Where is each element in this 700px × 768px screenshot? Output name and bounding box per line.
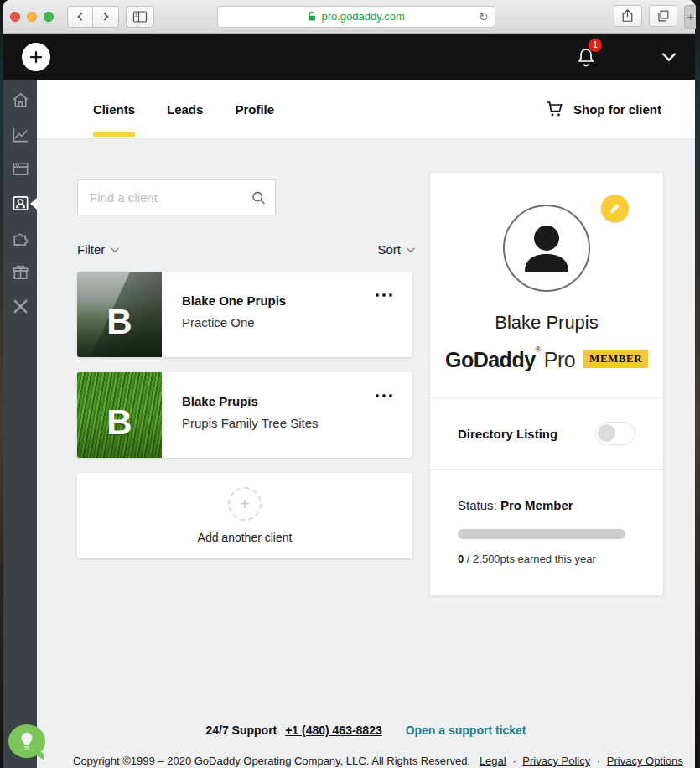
godaddy-pro-logo: GoDaddy®Pro <box>445 345 575 372</box>
browser-window: pro.godaddy.com ↻ + 1 <box>3 0 695 768</box>
points-rest: / 2,500pts earned this year <box>464 553 596 565</box>
client-menu-button[interactable] <box>372 290 396 300</box>
zoom-window-button[interactable] <box>44 12 54 22</box>
add-client-label: Add another client <box>198 531 293 544</box>
chevron-down-icon <box>111 244 119 252</box>
address-bar[interactable]: pro.godaddy.com ↻ <box>217 6 495 28</box>
client-thumbnail: B <box>77 272 162 357</box>
bubble-tail <box>34 752 44 762</box>
privacy-options-link[interactable]: Privacy Options <box>607 755 683 767</box>
separator: · <box>512 755 516 767</box>
status-line: Status: Pro Member <box>458 498 635 512</box>
legal-link[interactable]: Legal <box>480 755 506 767</box>
new-tab-button[interactable]: + <box>684 5 696 29</box>
active-indicator <box>30 198 37 210</box>
edit-profile-button[interactable] <box>601 195 629 222</box>
notifications-button[interactable]: 1 <box>576 46 596 68</box>
icon-sidebar <box>3 80 37 768</box>
points-text: 0 / 2,500pts earned this year <box>458 553 635 565</box>
lightbulb-icon <box>18 731 35 751</box>
window-controls <box>10 12 54 22</box>
client-subtitle: Practice One <box>182 315 396 330</box>
sidebar-item-clients[interactable] <box>3 186 37 221</box>
page-footer: 24/7 Support +1 (480) 463-8823 Open a su… <box>37 724 695 767</box>
shop-for-client-button[interactable]: Shop for client <box>545 100 661 118</box>
app-header: 1 <box>3 34 695 80</box>
section-tabbar: Clients Leads Profile Shop for client <box>37 80 695 139</box>
privacy-policy-link[interactable]: Privacy Policy <box>522 755 590 767</box>
chevron-down-icon <box>407 244 415 252</box>
sidebar-icon <box>132 10 148 23</box>
points-progress-bar <box>458 529 625 539</box>
sidebar-item-rewards[interactable] <box>3 255 37 289</box>
person-icon <box>505 206 589 290</box>
client-card[interactable]: B Blake Prupis Prupis Family Tree Sites <box>77 372 412 458</box>
client-card[interactable]: B Blake One Prupis Practice One <box>77 272 412 357</box>
tab-overview-button[interactable] <box>649 5 677 27</box>
chevron-right-icon <box>99 10 112 23</box>
notification-badge: 1 <box>589 39 602 52</box>
open-support-ticket-link[interactable]: Open a support ticket <box>406 724 526 737</box>
client-menu-button[interactable] <box>372 391 396 401</box>
browser-window-icon <box>11 159 30 179</box>
puzzle-icon <box>11 228 30 247</box>
cart-icon <box>545 100 565 118</box>
sidebar-item-close[interactable] <box>3 289 37 324</box>
sidebar-item-analytics[interactable] <box>3 117 37 152</box>
home-icon <box>11 91 30 110</box>
search-input[interactable] <box>78 180 275 215</box>
gift-icon <box>11 262 30 282</box>
client-name: Blake One Prupis <box>182 293 396 308</box>
avatar <box>503 205 590 292</box>
status-label: Status: <box>458 498 497 512</box>
main-content: Clients Leads Profile Shop for client <box>37 80 695 768</box>
brand-row: GoDaddy®Pro MEMBER <box>430 345 663 372</box>
add-client-card[interactable]: + Add another client <box>77 473 412 558</box>
directory-listing-toggle[interactable] <box>595 422 635 445</box>
share-button[interactable] <box>614 5 642 27</box>
feedback-button[interactable] <box>8 724 47 761</box>
sidebar-toggle-button[interactable] <box>126 6 154 28</box>
client-subtitle: Prupis Family Tree Sites <box>182 416 396 430</box>
profile-card: Blake Prupis GoDaddy®Pro MEMBER Director… <box>429 172 664 596</box>
minimize-window-button[interactable] <box>27 12 37 22</box>
filter-label: Filter <box>77 242 105 257</box>
add-plus-icon: + <box>228 487 262 521</box>
member-badge: MEMBER <box>583 350 648 368</box>
clients-icon <box>11 194 30 213</box>
copyright-text: Copyright ©1999 – 2020 GoDaddy Operating… <box>73 755 470 767</box>
client-initial: B <box>106 402 132 443</box>
pencil-icon <box>609 202 621 215</box>
sidebar-item-integrations[interactable] <box>3 221 37 255</box>
profile-name: Blake Prupis <box>430 312 663 334</box>
add-new-button[interactable] <box>22 43 50 71</box>
reload-button[interactable]: ↻ <box>479 10 489 23</box>
filter-dropdown[interactable]: Filter <box>77 242 117 257</box>
chevron-left-icon <box>74 10 87 23</box>
tab-leads[interactable]: Leads <box>167 80 203 138</box>
search-icon[interactable] <box>251 189 267 205</box>
url-text: pro.godaddy.com <box>321 10 405 23</box>
support-phone-link[interactable]: +1 (480) 463-8823 <box>285 724 382 737</box>
close-window-button[interactable] <box>10 12 20 22</box>
status-value: Pro Member <box>500 498 573 512</box>
share-icon <box>621 8 634 23</box>
plus-icon <box>29 49 44 65</box>
tab-profile[interactable]: Profile <box>235 80 274 138</box>
browser-toolbar: pro.godaddy.com ↻ + <box>3 0 695 34</box>
sort-label: Sort <box>377 242 401 257</box>
lock-icon <box>307 11 317 22</box>
shop-for-client-label: Shop for client <box>573 102 661 117</box>
tab-clients[interactable]: Clients <box>93 80 135 138</box>
sort-dropdown[interactable]: Sort <box>377 242 412 257</box>
sidebar-item-sites[interactable] <box>3 152 37 186</box>
account-menu-button[interactable] <box>661 52 677 62</box>
tabs-icon <box>656 9 670 23</box>
sidebar-item-home[interactable] <box>3 83 37 117</box>
client-name: Blake Prupis <box>182 394 396 408</box>
back-button[interactable] <box>67 6 93 28</box>
directory-listing-label: Directory Listing <box>458 427 557 441</box>
separator: · <box>597 755 600 767</box>
support-label: 24/7 Support <box>205 724 277 737</box>
forward-button[interactable] <box>93 6 119 28</box>
